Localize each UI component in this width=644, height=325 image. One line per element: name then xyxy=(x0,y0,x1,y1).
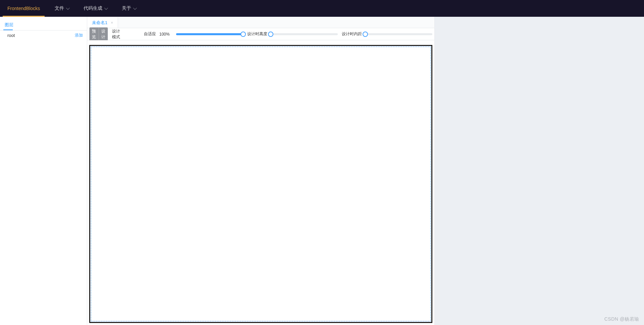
body-row: 图层 root 添加 未命名1 × 预览 设计 设计模式 xyxy=(0,17,644,325)
menu-file[interactable]: 文件 xyxy=(47,0,76,17)
brand-label: FrontendBlocks xyxy=(7,6,40,11)
menu-file-label: 文件 xyxy=(55,5,64,11)
design-height-slider-block: 设计时高度 xyxy=(247,31,338,37)
layers-tab-underline xyxy=(3,30,13,30)
center-column: 未命名1 × 预览 设计 设计模式 自适应 100% xyxy=(87,17,434,325)
layer-add-button[interactable]: 添加 xyxy=(75,33,83,38)
menu-about-label: 关于 xyxy=(122,5,131,11)
slider-thumb[interactable] xyxy=(363,32,368,37)
slider-thumb[interactable] xyxy=(268,32,273,37)
layers-panel-tabs: 图层 xyxy=(0,17,87,30)
slider-fill xyxy=(176,33,243,35)
adaptive-slider[interactable] xyxy=(176,33,243,35)
document-tab-label: 未命名1 xyxy=(92,20,107,26)
mode-segment: 预览 设计 xyxy=(89,27,108,41)
mode-preview-button[interactable]: 预览 xyxy=(90,28,99,41)
layer-root-name: root xyxy=(7,33,15,38)
design-padding-slider-block: 设计时内距 xyxy=(342,31,432,37)
adaptive-slider-block: 自适应 100% xyxy=(144,31,243,37)
design-padding-slider[interactable] xyxy=(365,33,432,35)
layers-tab-label: 图层 xyxy=(5,22,13,27)
chevron-down-icon xyxy=(104,6,108,10)
layers-panel: 图层 root 添加 xyxy=(0,17,87,325)
mode-label: 设计模式 xyxy=(112,29,123,40)
menu-about[interactable]: 关于 xyxy=(114,0,143,17)
menu-codegen[interactable]: 代码生成 xyxy=(76,0,114,17)
close-icon[interactable]: × xyxy=(111,20,113,25)
layers-tab[interactable]: 图层 xyxy=(3,20,15,30)
design-toolbar: 预览 设计 设计模式 自适应 100% 设计时高度 xyxy=(87,28,434,40)
document-tab[interactable]: 未命名1 × xyxy=(87,17,118,28)
brand-title[interactable]: FrontendBlocks xyxy=(0,0,47,17)
design-height-label: 设计时高度 xyxy=(247,31,267,37)
inspector-panel xyxy=(434,17,644,325)
adaptive-value: 100% xyxy=(159,32,173,37)
design-padding-label: 设计时内距 xyxy=(342,31,362,37)
chevron-down-icon xyxy=(66,6,70,10)
menu-codegen-label: 代码生成 xyxy=(84,5,102,11)
mode-design-button[interactable]: 设计 xyxy=(99,28,108,41)
adaptive-label: 自适应 xyxy=(144,31,156,37)
chevron-down-icon xyxy=(133,6,137,10)
top-menubar: FrontendBlocks 文件 代码生成 关于 xyxy=(0,0,644,17)
layer-row-root[interactable]: root 添加 xyxy=(0,31,87,40)
design-height-slider[interactable] xyxy=(271,33,338,35)
canvas-wrap xyxy=(87,40,434,325)
document-tabs: 未命名1 × xyxy=(87,17,434,28)
design-canvas[interactable] xyxy=(89,45,432,323)
slider-thumb[interactable] xyxy=(240,32,246,37)
